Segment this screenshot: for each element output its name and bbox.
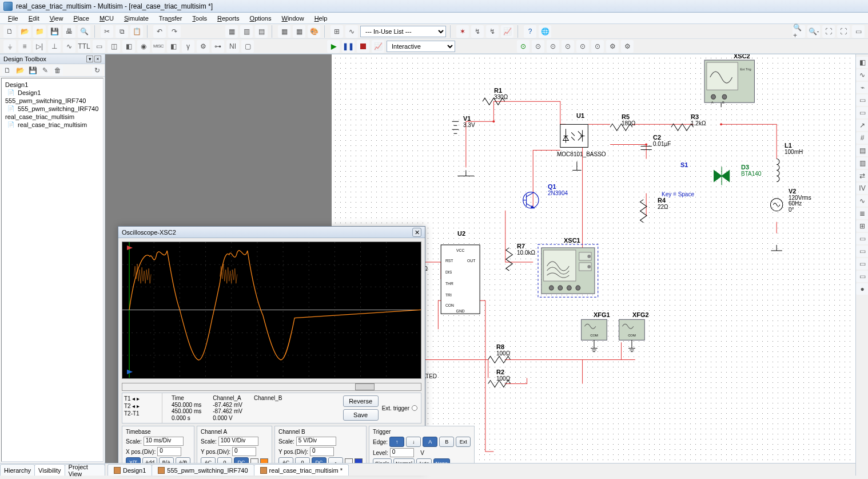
doc-tab-triac[interactable]: real_case_triac_multisim * <box>254 464 349 476</box>
instr-net-icon[interactable]: ⊞ <box>856 220 868 232</box>
paste-icon[interactable]: 📋 <box>130 25 143 38</box>
probe-i-icon[interactable]: ⊙ <box>532 40 544 53</box>
chB-scale-input[interactable]: 5 V/Div <box>296 437 336 446</box>
toolbox-open-icon[interactable]: 📂 <box>15 65 25 76</box>
menubar[interactable]: File Edit View Place MCU Simulate Transf… <box>0 13 868 24</box>
analysis-a-icon[interactable]: ✶ <box>456 25 469 38</box>
document-tabs[interactable]: Design1 555_pwm_switching_IRF740 real_ca… <box>105 463 855 476</box>
probe-v-icon[interactable]: ⊙ <box>517 40 529 53</box>
instr-ni-icon[interactable]: ▭ <box>856 271 868 282</box>
save-icon[interactable]: 💾 <box>48 25 61 38</box>
instr-funcgen-icon[interactable]: ∿ <box>856 69 868 81</box>
probe-diff-icon[interactable]: ⊙ <box>562 40 574 53</box>
instr-agilent-icon[interactable]: ▭ <box>856 233 868 244</box>
design-tree[interactable]: Design1 Design1 555_pwm_switching_IRF740… <box>1 78 103 462</box>
instr-multimeter-icon[interactable]: ◧ <box>856 57 868 68</box>
menu-window[interactable]: Window <box>277 14 308 23</box>
instr-wordgen-icon[interactable]: ▤ <box>856 145 868 156</box>
zoom-in-icon[interactable]: 🔍+ <box>793 25 805 38</box>
sidebar-tab-hierarchy[interactable]: Hierarchy <box>0 464 35 476</box>
conn-icon[interactable]: ⊶ <box>212 40 224 53</box>
osc-reverse-button[interactable]: Reverse <box>343 395 379 407</box>
elmech-icon[interactable]: ⚙ <box>197 40 209 53</box>
timebase-xpos-input[interactable]: 0 <box>157 447 181 456</box>
osc-screen[interactable] <box>122 242 421 378</box>
chB-ypos-input[interactable]: 0 <box>310 447 334 456</box>
doc-tab-design1[interactable]: Design1 <box>107 464 152 476</box>
print-icon[interactable]: 🖶 <box>63 25 75 38</box>
analysis-b-icon[interactable]: ↯ <box>471 25 484 38</box>
trig-level-input[interactable]: 0 <box>390 448 414 457</box>
cmos-icon[interactable]: ▭ <box>93 40 105 53</box>
instr-4ch-icon[interactable]: ▭ <box>856 107 868 118</box>
rf-icon[interactable]: γ <box>182 40 194 53</box>
menu-tools[interactable]: Tools <box>188 14 212 23</box>
probe-ref-icon[interactable]: ⊙ <box>576 40 589 53</box>
new-file-icon[interactable]: 🗋 <box>3 25 16 38</box>
toolbox-delete-icon[interactable]: 🗑 <box>53 65 63 76</box>
help-icon[interactable]: ? <box>524 25 536 38</box>
probe-dig-icon[interactable]: ⊙ <box>591 40 604 53</box>
ni-icon[interactable]: NI <box>226 40 239 53</box>
help-web-icon[interactable]: 🌐 <box>539 25 551 38</box>
menu-options[interactable]: Options <box>245 14 276 23</box>
redo-icon[interactable]: ↷ <box>168 25 181 38</box>
analysis-c-icon[interactable]: ↯ <box>486 25 499 38</box>
bus-icon[interactable]: ⊞ <box>331 25 343 38</box>
tree-item[interactable]: real_case_triac_multisim <box>4 113 101 121</box>
toolbox-rename-icon[interactable]: ✎ <box>40 65 50 76</box>
open-design-icon[interactable]: 📁 <box>33 25 46 38</box>
menu-view[interactable]: View <box>45 14 68 23</box>
instr-freq-icon[interactable]: # <box>856 132 868 144</box>
zoom-area-icon[interactable]: ⛶ <box>822 25 835 38</box>
instr-iv-icon[interactable]: IV <box>856 183 868 194</box>
undo-icon[interactable]: ↶ <box>153 25 166 38</box>
menu-file[interactable]: File <box>3 14 23 23</box>
toolbox-refresh-icon[interactable]: ↻ <box>92 65 102 76</box>
mcu-icon[interactable]: ▢ <box>241 40 254 53</box>
ttl-icon[interactable]: TTL <box>78 40 90 53</box>
pause-button[interactable]: ❚❚ <box>342 40 355 53</box>
spreadsheet-icon[interactable]: ▤ <box>255 25 268 38</box>
menu-place[interactable]: Place <box>69 14 94 23</box>
instr-wattmeter-icon[interactable]: ⌁ <box>856 82 868 93</box>
sidebar-tab-project[interactable]: Project View <box>65 464 105 476</box>
power-icon[interactable]: MISC <box>152 40 165 53</box>
zoom-out-icon[interactable]: 🔍- <box>807 25 820 38</box>
instr-scope-icon[interactable]: ▭ <box>856 94 868 106</box>
tree-root[interactable]: Design1 <box>4 81 101 89</box>
grid-window-icon[interactable]: ▦ <box>225 25 238 38</box>
instr-lvi-icon[interactable]: ▭ <box>856 258 868 270</box>
toolbox-new-icon[interactable]: 🗋 <box>2 65 13 76</box>
instr-logic-icon[interactable]: ▥ <box>856 157 868 169</box>
src-icon[interactable]: ⏚ <box>3 40 16 53</box>
run-button[interactable]: ▶ <box>327 40 340 53</box>
trig-B[interactable]: B <box>439 437 454 447</box>
trig-A[interactable]: A <box>423 437 437 447</box>
postproc-icon[interactable]: 📈 <box>501 25 513 38</box>
print-preview-icon[interactable]: 🔍 <box>78 25 90 38</box>
in-use-list-combo[interactable]: --- In-Use List --- <box>360 26 446 37</box>
misc-digital-icon[interactable]: ◫ <box>107 40 120 53</box>
diode-icon[interactable]: ▷| <box>33 40 46 53</box>
fullscreen-icon[interactable]: ▭ <box>852 25 865 38</box>
osc-time-scroll[interactable] <box>122 382 421 391</box>
cut-icon[interactable]: ✂ <box>101 25 113 38</box>
chA-scale-input[interactable]: 100 V/Div <box>218 437 258 446</box>
menu-help[interactable]: Help <box>310 14 332 23</box>
tool-grid-icon[interactable]: ▦ <box>293 25 305 38</box>
tree-item[interactable]: real_case_triac_multisim <box>4 121 101 129</box>
copy-icon[interactable]: ⧉ <box>116 25 128 38</box>
menu-reports[interactable]: Reports <box>213 14 244 23</box>
instr-bode-icon[interactable]: ↗ <box>856 120 868 131</box>
trig-rise[interactable]: ↑ <box>389 437 404 447</box>
stop-button[interactable] <box>357 40 369 53</box>
oscilloscope-window[interactable]: Oscilloscope-XSC2 ✕ <box>118 226 425 472</box>
menu-transfer[interactable]: Transfer <box>154 14 187 23</box>
toolbox-close-icon[interactable]: ▾ × <box>86 56 101 62</box>
osc-close-icon[interactable]: ✕ <box>412 228 421 237</box>
instr-probe-icon[interactable]: ● <box>856 283 868 295</box>
osc-save-button[interactable]: Save <box>343 409 379 421</box>
mixed-icon[interactable]: ◧ <box>122 40 135 53</box>
instr-spec-icon[interactable]: ≣ <box>856 208 868 219</box>
